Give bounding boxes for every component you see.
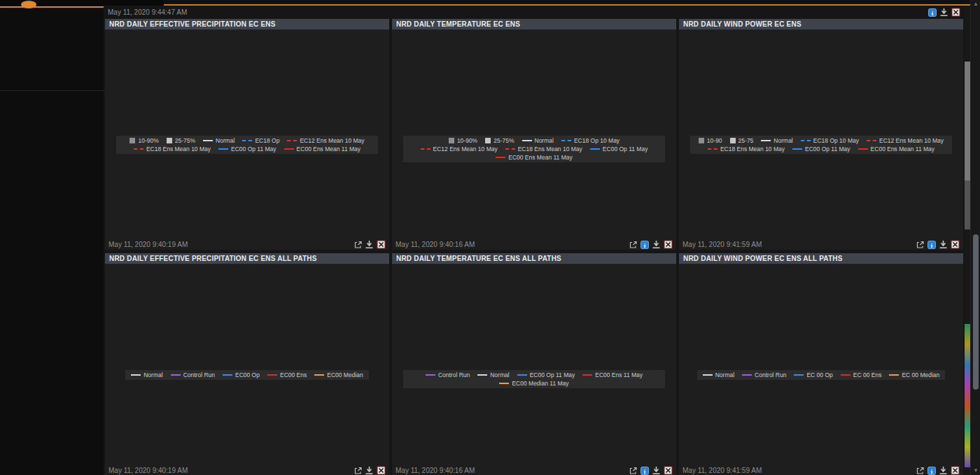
- panel-footer-icons: [353, 240, 386, 249]
- open-external-icon[interactable]: [915, 466, 924, 475]
- legend-item[interactable]: Normal: [522, 136, 554, 145]
- legend-item[interactable]: 10-90: [699, 136, 722, 145]
- info-icon[interactable]: i: [927, 8, 937, 17]
- legend-item[interactable]: EC 00 Ens: [841, 371, 882, 379]
- legend-item[interactable]: EC18 Ens Mean 10 May: [134, 145, 211, 153]
- legend-item[interactable]: Normal: [203, 136, 234, 145]
- legend-item[interactable]: EC00 Ens Mean 11 May: [284, 145, 361, 153]
- legend-swatch: [218, 148, 228, 150]
- legend-item[interactable]: EC 00 Op: [794, 371, 832, 379]
- legend-item[interactable]: EC00 Op 11 May: [218, 145, 276, 153]
- download-icon[interactable]: [939, 8, 948, 17]
- download-icon[interactable]: [365, 466, 374, 475]
- legend-item[interactable]: Control Run: [742, 371, 786, 379]
- legend-item[interactable]: Control Run: [426, 371, 470, 379]
- legend-item[interactable]: Control Run: [171, 371, 215, 379]
- open-external-icon[interactable]: [915, 240, 924, 249]
- info-icon[interactable]: i: [927, 466, 936, 475]
- legend-item[interactable]: EC00 Op 11 May: [590, 145, 648, 153]
- excel-export-icon[interactable]: [664, 466, 673, 475]
- open-external-icon[interactable]: [628, 240, 637, 249]
- legend-item[interactable]: EC00 Median: [314, 371, 363, 379]
- excel-export-icon[interactable]: [377, 240, 386, 249]
- excel-export-icon[interactable]: [951, 466, 960, 475]
- legend-swatch: [287, 140, 297, 141]
- open-external-icon[interactable]: [353, 240, 362, 249]
- chart-plot-area[interactable]: [679, 264, 963, 369]
- page-toolbar-icons: i: [927, 8, 960, 17]
- legend-item[interactable]: EC18 Ens Mean 10 May: [505, 145, 582, 153]
- duplicate-window-icon[interactable]: -1 000-50005001 0001 5002 0002 5003 000T…: [376, 254, 385, 263]
- download-icon[interactable]: [652, 466, 661, 475]
- info-icon[interactable]: i: [640, 240, 649, 249]
- legend-item[interactable]: Normal: [761, 136, 792, 145]
- chart-plot-area[interactable]: [392, 30, 676, 135]
- legend-swatch: [761, 140, 771, 141]
- legend-item[interactable]: Normal: [131, 371, 162, 379]
- legend-item[interactable]: EC00 Op 11 May: [792, 145, 850, 153]
- panel-title-bar: NRD DAILY WIND POWER EC ENS ALL PATHS 01…: [679, 253, 963, 264]
- legend-item[interactable]: EC00 Ens 11 May: [582, 371, 643, 379]
- legend-item[interactable]: EC18 Op: [242, 136, 279, 145]
- info-icon[interactable]: i: [640, 466, 649, 475]
- chart-plot-area[interactable]: [679, 30, 963, 135]
- legend-item[interactable]: EC00 Ens: [267, 371, 307, 379]
- chart-plot-area[interactable]: [392, 264, 676, 369]
- legend-item[interactable]: EC00 Ens Mean 11 May: [496, 153, 573, 162]
- scroll-up-icon[interactable]: ▲: [971, 0, 980, 8]
- excel-export-icon[interactable]: [951, 240, 960, 249]
- excel-export-icon[interactable]: [664, 240, 673, 249]
- legend-item[interactable]: EC12 Ens Mean 10 May: [287, 136, 364, 145]
- panel-footer: May 11, 2020 9:41:59 AM i: [679, 465, 963, 475]
- panel-title-bar: NRD DAILY TEMPERATURE EC ENS ALL PATHS 2…: [392, 253, 676, 264]
- legend-item[interactable]: Normal: [703, 371, 734, 379]
- chart-grid: NRD DAILY EFFECTIVE PRECIPITATION EC ENS…: [104, 19, 965, 475]
- legend-swatch: [134, 148, 144, 150]
- legend-item[interactable]: 10-90%: [130, 136, 158, 145]
- duplicate-window-icon[interactable]: -400-20002004006008001 0001 2001 400Tue …: [376, 20, 385, 29]
- legend-item[interactable]: EC00 Ens Mean 11 May: [858, 145, 935, 153]
- panel-precipitation-ens: NRD DAILY EFFECTIVE PRECIPITATION EC ENS…: [105, 19, 389, 250]
- chart-plot-area[interactable]: [105, 264, 389, 369]
- legend-item[interactable]: EC12 Ens Mean 10 May: [421, 145, 498, 153]
- open-external-icon[interactable]: [353, 466, 362, 475]
- download-icon[interactable]: [939, 240, 948, 249]
- download-icon[interactable]: [939, 466, 948, 475]
- download-icon[interactable]: [365, 240, 374, 249]
- legend-swatch: [703, 374, 713, 376]
- legend-swatch: [485, 138, 491, 143]
- legend-swatch: [203, 140, 213, 141]
- legend-item[interactable]: EC00 Op 11 May: [517, 371, 575, 379]
- legend-item[interactable]: EC 00 Median: [889, 371, 939, 379]
- panel-title: NRD DAILY TEMPERATURE EC ENS: [396, 20, 520, 28]
- chart-plot-area[interactable]: [105, 30, 389, 135]
- duplicate-window-icon[interactable]: 01 0002 0003 0004 0005 0006 0007 0008 00…: [950, 254, 959, 263]
- legend-item[interactable]: 25-75%: [485, 136, 514, 145]
- legend-swatch: [708, 148, 718, 150]
- legend-item[interactable]: 25-75: [730, 136, 754, 145]
- duplicate-window-icon[interactable]: 3456789101112131415Tue 12Thu 14Sat 16Mon…: [663, 20, 672, 29]
- legend-swatch: [841, 374, 850, 376]
- legend-item[interactable]: Normal: [477, 371, 509, 379]
- legend-item[interactable]: EC18 Op 10 May: [561, 136, 620, 145]
- duplicate-window-icon[interactable]: 01 0002 0003 0004 0005 0006 0007 0008 00…: [950, 20, 959, 29]
- legend-item[interactable]: EC00 Op: [223, 371, 260, 379]
- download-icon[interactable]: [652, 240, 661, 249]
- vertical-scrollbar[interactable]: ▲ ▼: [970, 0, 980, 475]
- scroll-down-icon[interactable]: ▼: [971, 467, 980, 475]
- legend-item[interactable]: EC18 Op 10 May: [801, 136, 859, 145]
- info-icon[interactable]: i: [927, 240, 936, 249]
- open-external-icon[interactable]: [628, 466, 637, 475]
- chart-legend: 10-90%25-75%NormalEC18 OpEC12 Ens Mean 1…: [116, 136, 378, 154]
- legend-item[interactable]: 10-90%: [449, 136, 477, 145]
- legend-item[interactable]: EC18 Ens Mean 10 May: [708, 145, 785, 153]
- excel-export-icon[interactable]: [951, 8, 960, 17]
- legend-item[interactable]: EC12 Ens Mean 10 May: [867, 136, 944, 145]
- panel-footer: May 11, 2020 9:41:59 AM i: [679, 239, 963, 250]
- legend-item[interactable]: EC00 Median 11 May: [499, 379, 568, 388]
- duplicate-window-icon[interactable]: 246810121416Tue 12Thu 14Sat 16Mon 18Wed …: [663, 254, 672, 263]
- legend-item[interactable]: 25-75%: [167, 136, 195, 145]
- legend-swatch: [426, 374, 435, 376]
- excel-export-icon[interactable]: [377, 466, 386, 475]
- scrollbar-thumb[interactable]: [973, 234, 979, 390]
